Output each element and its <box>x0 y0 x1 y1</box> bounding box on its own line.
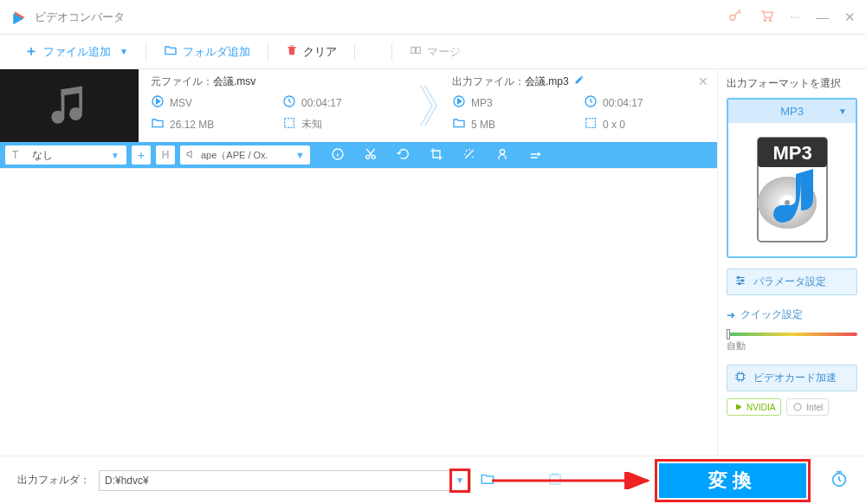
settings-icon <box>734 275 746 289</box>
chevron-down-icon[interactable]: ▼ <box>120 47 128 56</box>
subtitle-select[interactable]: Tなし▼ <box>5 145 126 165</box>
chevron-down-icon: ▼ <box>295 150 305 160</box>
clock-icon <box>584 94 598 111</box>
svg-point-28 <box>741 280 743 281</box>
folder-icon <box>164 43 178 60</box>
convert-button[interactable]: 変換 <box>659 463 806 498</box>
trash-icon <box>286 44 298 59</box>
rotate-tool-icon[interactable] <box>397 147 410 164</box>
close-button[interactable]: ✕ <box>844 10 856 25</box>
effect-tool-icon[interactable] <box>462 147 476 164</box>
titlebar: ビデオコンバータ ⋯ — ✕ <box>0 0 866 35</box>
format-selector[interactable]: MP3▼ MP3 <box>727 98 857 258</box>
output-folder-label: 出力フォルダ： <box>17 473 90 488</box>
intel-chip: Intel <box>786 398 829 416</box>
watermark-tool-icon[interactable] <box>495 147 509 164</box>
media-icon <box>452 94 466 111</box>
subtitle-tool-icon[interactable] <box>528 147 542 164</box>
titlebar-actions: ⋯ <box>727 8 800 26</box>
app-title: ビデオコンバータ <box>35 10 727 25</box>
info-tool-icon[interactable] <box>331 147 345 164</box>
sidebar: 出力フォーマットを選択 MP3▼ MP3 パラメータ設定 <box>717 69 866 456</box>
svg-point-8 <box>51 111 64 124</box>
key-icon[interactable] <box>727 8 743 26</box>
clock-icon <box>282 94 296 111</box>
parameter-settings-button[interactable]: パラメータ設定 <box>727 268 857 295</box>
add-track-button[interactable]: ＋ <box>132 145 151 165</box>
crop-tool-icon[interactable] <box>430 147 443 164</box>
svg-point-1 <box>764 19 766 21</box>
quality-label: 自動 <box>727 339 857 352</box>
convert-button-highlight: 変換 <box>655 459 811 502</box>
speaker-icon <box>185 149 196 161</box>
chevron-down-icon[interactable]: ▼ <box>838 107 847 116</box>
arrow-separator-icon <box>416 69 440 142</box>
svg-point-31 <box>794 404 801 410</box>
annotation-arrow <box>492 472 656 489</box>
svg-rect-3 <box>411 48 416 54</box>
arrow-right-icon: ➜ <box>727 309 735 321</box>
edit-tools <box>331 147 542 164</box>
clear-button[interactable]: クリア <box>279 41 344 63</box>
gear-icon[interactable]: ⋯ <box>790 11 800 23</box>
chip-icon <box>734 371 746 385</box>
svg-point-9 <box>69 107 82 120</box>
remove-file-button[interactable]: ✕ <box>698 74 708 88</box>
schedule-icon[interactable] <box>830 469 849 491</box>
app-logo-icon <box>10 9 28 26</box>
dimension-icon <box>584 116 598 132</box>
main-toolbar: ＋ ファイル追加 ▼ フォルダ追加 クリア マージ <box>0 35 866 69</box>
media-icon <box>151 94 165 111</box>
merge-button[interactable]: マージ <box>403 41 468 63</box>
folder-icon <box>151 116 165 132</box>
nvidia-chip: NVIDIA <box>727 398 781 416</box>
quick-settings-label: ➜ クイック設定 <box>727 307 857 322</box>
edit-icon[interactable] <box>574 75 585 87</box>
footer: 出力フォルダ： D:¥hdvc¥ ▼ 変換 <box>0 456 866 504</box>
sidebar-title: 出力フォーマットを選択 <box>727 76 857 91</box>
file-thumbnail <box>0 69 139 142</box>
dimension-icon <box>282 116 296 132</box>
minimize-button[interactable]: — <box>816 10 829 24</box>
svg-rect-15 <box>586 119 596 128</box>
folder-icon <box>452 116 466 132</box>
format-icon: MP3 <box>728 123 856 256</box>
svg-point-27 <box>738 276 740 278</box>
format-name: MP3▼ <box>728 100 856 123</box>
add-file-button[interactable]: ＋ ファイル追加 ▼ <box>17 39 135 64</box>
audio-track-select[interactable]: ape（APE / Ox.▼ <box>180 145 310 165</box>
output-folder-field[interactable]: D:¥hdvc¥ ▼ <box>99 470 471 491</box>
svg-point-0 <box>730 15 735 20</box>
cut-tool-icon[interactable] <box>364 147 378 164</box>
quality-slider[interactable] <box>727 333 857 336</box>
output-folder-dropdown[interactable]: ▼ <box>449 468 470 493</box>
svg-rect-12 <box>285 119 294 128</box>
file-item: 元ファイル：会議.msv MSV 00:04:17 26.12 MB 未知 <box>0 69 717 169</box>
h-button[interactable]: H <box>156 145 175 165</box>
cart-icon[interactable] <box>759 8 774 26</box>
svg-point-2 <box>769 19 771 21</box>
svg-rect-30 <box>738 374 744 380</box>
svg-point-26 <box>785 200 790 205</box>
chevron-down-icon: ▼ <box>111 151 120 160</box>
svg-point-29 <box>739 282 740 284</box>
file-list: 元ファイル：会議.msv MSV 00:04:17 26.12 MB 未知 <box>0 69 717 456</box>
hardware-accel-button[interactable]: ビデオカード加速 <box>727 365 857 391</box>
source-info: 元ファイル：会議.msv MSV 00:04:17 26.12 MB 未知 <box>139 69 416 142</box>
svg-point-19 <box>500 149 504 153</box>
file-action-bar: Tなし▼ ＋ H ape（APE / Ox.▼ <box>0 142 717 168</box>
output-info: ✕ 出力ファイル：会議.mp3 MP3 00:04:17 5 MB 0 x 0 <box>440 69 717 142</box>
svg-rect-4 <box>416 48 420 54</box>
svg-text:MP3: MP3 <box>772 142 811 164</box>
add-folder-button[interactable]: フォルダ追加 <box>157 40 257 63</box>
merge-icon <box>410 44 422 59</box>
